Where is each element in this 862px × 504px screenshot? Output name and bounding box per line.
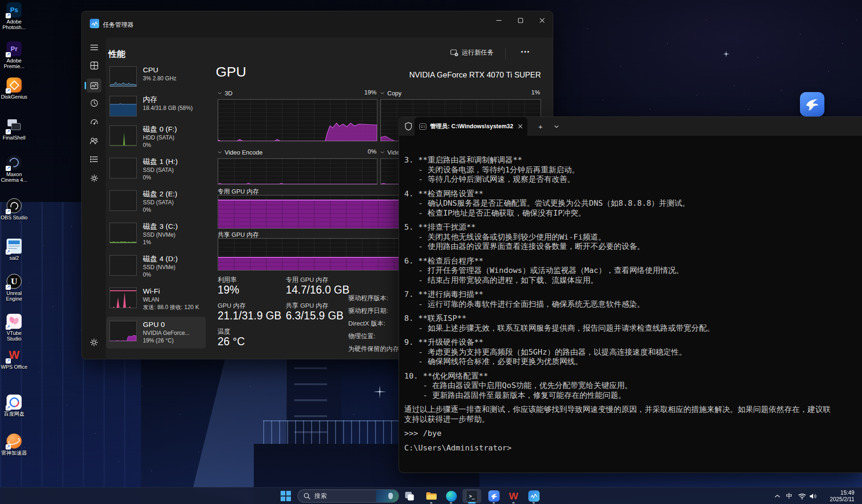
- search-box[interactable]: 搜索: [298, 489, 399, 503]
- task-manager-app-icon: [90, 19, 99, 28]
- volume-icon[interactable]: [807, 488, 819, 504]
- desktop-icon-finalshell[interactable]: ↗ FinalShell: [0, 118, 31, 140]
- desktop-icon-leishen[interactable]: ↗ 雷神加速器: [0, 434, 31, 456]
- desktop-icon-diskgenius[interactable]: ↗ DiskGenius: [0, 78, 31, 100]
- gpu-3d-chart: [218, 99, 377, 141]
- task-view-button[interactable]: [403, 490, 415, 502]
- maximize-button[interactable]: [509, 11, 531, 29]
- nav-users[interactable]: [88, 135, 100, 146]
- shortcut-arrow-icon: ↗: [6, 358, 11, 364]
- nav-startup-apps[interactable]: [88, 116, 100, 127]
- desktop: Ps ↗ Adobe Photosh... Pr ↗ Adobe Premie.…: [0, 0, 862, 504]
- desktop-icon-unreal-engine[interactable]: U ↗ Unreal Engine: [0, 274, 31, 302]
- toolbar-separator: [505, 48, 506, 59]
- desktop-icon-adobe-photoshop[interactable]: Ps ↗ Adobe Photosh...: [0, 2, 31, 30]
- shortcut-arrow-icon: ↗: [6, 325, 11, 330]
- perf-card-disk1[interactable]: 磁盘 1 (H:) SSD (SATA) 0%: [106, 155, 206, 185]
- baidu-bird-icon: [488, 490, 500, 502]
- task-manager-titlebar[interactable]: 任务管理器: [82, 11, 553, 38]
- perf-card-cpu[interactable]: CPU 3% 2.80 GHz: [106, 63, 206, 90]
- driver-version-label: 驱动程序版本:: [348, 294, 388, 302]
- perf-card-disk3[interactable]: 磁盘 3 (C:) SSD (NVMe) 1%: [106, 219, 206, 249]
- terminal-window: C:\ 管理员: C:\Windows\system32 + 3. **重启路由…: [399, 116, 862, 473]
- hardware-reserved-memory-label: 为硬件保留的内存:: [348, 345, 401, 353]
- tray-expand-button[interactable]: [772, 488, 783, 504]
- nav-app-history[interactable]: [88, 97, 100, 109]
- perf-card-disk0[interactable]: 磁盘 0 (F:) HDD (SATA) 0%: [106, 122, 206, 152]
- nav-processes[interactable]: [88, 60, 100, 71]
- gpu-chart-value-3d: 19%: [329, 89, 376, 97]
- perf-card-wifi[interactable]: Wi-Fi WLAN 发送: 88.0 接收: 120 K: [106, 284, 206, 314]
- gpu-chart-header-video-encode[interactable]: Video Encode: [218, 148, 263, 156]
- stat-shared-mem-label: 共享 GPU 内存: [286, 302, 329, 310]
- desktop-icon-label: WPS Office: [0, 364, 31, 370]
- disk1-mini-graph: [110, 158, 137, 178]
- wps-taskbar-button[interactable]: W: [508, 490, 520, 502]
- desktop-icon-label: Adobe Premie...: [0, 58, 31, 69]
- more-options-button[interactable]: •••: [517, 46, 534, 58]
- taskbar: 搜索 >_ W 中: [0, 487, 862, 504]
- terminal-output[interactable]: 3. **重启路由器和调制解调器** - 关闭设备电源，等待约1分钟后再重新启动…: [399, 136, 862, 473]
- nav-services[interactable]: [88, 172, 100, 184]
- desktop-icon-vtube-studio[interactable]: ↗ VTube Studio: [0, 314, 31, 341]
- stat-gpu-mem-value: 21.1/31.9 GB: [218, 310, 282, 322]
- tab-close-icon[interactable]: [518, 124, 523, 129]
- file-explorer-button[interactable]: [425, 490, 438, 502]
- baidu-netdisk-float-widget[interactable]: [800, 92, 825, 118]
- desktop-icon-label: FinalShell: [0, 135, 31, 140]
- desktop-icon-obs-studio[interactable]: ↗ OBS Studio: [0, 198, 31, 220]
- terminal-taskbar-button[interactable]: >_: [466, 490, 478, 502]
- tray-date: 2025/2/11: [830, 496, 855, 503]
- baidu-netdisk-taskbar-button[interactable]: [488, 490, 500, 502]
- running-indicator: [533, 502, 535, 504]
- nav-performance[interactable]: [86, 78, 102, 93]
- running-indicator: [450, 502, 452, 504]
- task-manager-taskbar-button[interactable]: [528, 490, 540, 502]
- gpu-chart-header-copy[interactable]: Copy: [380, 89, 401, 97]
- chevron-down-icon: [380, 92, 384, 94]
- desktop-icon-adobe-premiere[interactable]: Pr ↗ Adobe Premie...: [0, 41, 31, 69]
- chevron-down-icon: [218, 151, 222, 154]
- new-tab-button[interactable]: +: [534, 121, 547, 132]
- desktop-icon-baidu-netdisk[interactable]: ↗ 百度网盘: [0, 395, 31, 417]
- settings-gear-icon[interactable]: [88, 337, 100, 348]
- chevron-down-icon: [380, 151, 384, 154]
- chevron-up-icon: [775, 495, 780, 498]
- perf-card-memory[interactable]: 内存 18.4/31.8 GB (58%): [106, 93, 206, 120]
- perf-card-gpu0[interactable]: GPU 0 NVIDIA GeForce... 19% (26 °C): [106, 317, 206, 349]
- desktop-icon-label: Adobe Photosh...: [0, 19, 31, 30]
- close-button[interactable]: [531, 11, 553, 29]
- run-new-task-button[interactable]: 运行新任务: [447, 46, 498, 59]
- desktop-icon-label: sai2: [0, 255, 31, 261]
- edge-icon: [446, 491, 457, 502]
- terminal-tabbar[interactable]: C:\ 管理员: C:\Windows\system32 +: [399, 117, 862, 136]
- nav-menu-button[interactable]: [88, 42, 100, 53]
- ime-indicator[interactable]: 中: [784, 488, 794, 504]
- minimize-button[interactable]: [488, 11, 509, 29]
- gpu-device-name: NVIDIA GeForce RTX 4070 Ti SUPER: [409, 70, 541, 79]
- memory-mini-graph: [110, 96, 137, 116]
- desktop-icon-maxon-cinema4d[interactable]: ↗ Maxon Cinema 4...: [0, 155, 31, 183]
- nav-details[interactable]: [88, 154, 100, 165]
- desktop-icon-sai2[interactable]: ↗ sai2: [0, 239, 31, 261]
- directx-version-label: DirectX 版本:: [348, 319, 385, 328]
- taskbar-clock[interactable]: 15:49 2025/2/11: [830, 488, 855, 504]
- perf-card-disk4[interactable]: 磁盘 4 (D:) SSD (NVMe) 0%: [106, 252, 206, 282]
- tab-dropdown-button[interactable]: [550, 121, 563, 132]
- start-button[interactable]: [280, 490, 292, 502]
- desktop-icon-wps-office[interactable]: W ↗ WPS Office: [0, 348, 31, 370]
- cpu-mini-graph: [110, 66, 137, 87]
- terminal-tab-title: 管理员: C:\Windows\system32: [430, 123, 514, 131]
- shortcut-arrow-icon: ↗: [6, 13, 11, 18]
- edge-browser-button[interactable]: [445, 490, 457, 502]
- wifi-icon[interactable]: [796, 488, 807, 504]
- nav-selected-indicator: [85, 82, 86, 89]
- perf-card-disk2[interactable]: 磁盘 2 (E:) SSD (SATA) 0%: [106, 187, 206, 217]
- terminal-tab[interactable]: C:\ 管理员: C:\Windows\system32: [415, 117, 527, 136]
- gpu-chart-header-3d[interactable]: 3D: [218, 89, 233, 97]
- shortcut-arrow-icon: ↗: [6, 52, 11, 57]
- running-indicator: [430, 502, 432, 504]
- tray-time: 15:49: [830, 489, 855, 496]
- active-indicator: [468, 502, 476, 504]
- page-title: 性能: [109, 48, 125, 60]
